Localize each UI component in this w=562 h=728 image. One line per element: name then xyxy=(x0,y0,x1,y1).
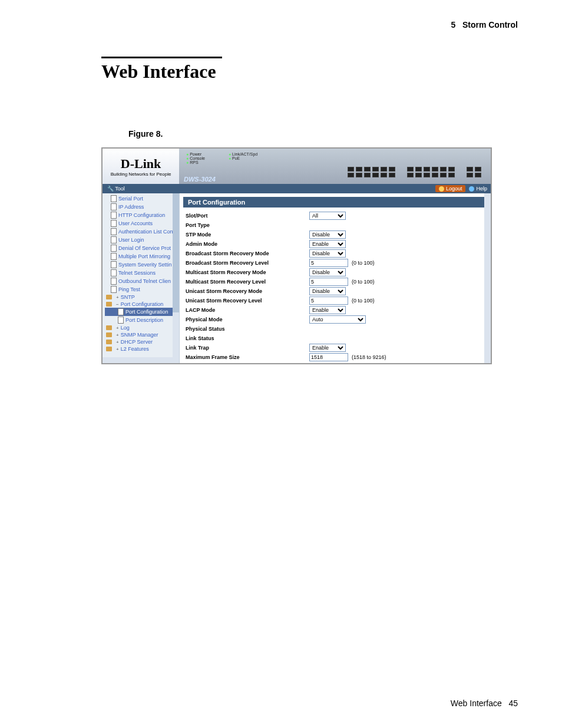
nav-sidebar: Serial PortIP AddressHTTP ConfigurationU… xyxy=(103,193,180,363)
field-label: Slot/Port xyxy=(186,213,309,219)
sidebar-item-label: SNMP Manager xyxy=(121,332,158,338)
field-select[interactable]: Disable xyxy=(309,287,346,295)
sidebar-item[interactable]: Port Description xyxy=(105,316,178,324)
brand-name: D-Link xyxy=(121,156,161,172)
field-select[interactable]: All xyxy=(309,212,346,220)
field-hint: (0 to 100) xyxy=(352,298,375,304)
sidebar-item[interactable]: Denial Of Service Prot xyxy=(105,244,178,252)
sidebar-item[interactable]: +DHCP Server xyxy=(105,338,178,345)
sidebar-item[interactable]: Serial Port xyxy=(105,195,178,203)
field-label: Port Type xyxy=(186,222,309,228)
form-row: Maximum Frame Size(1518 to 9216) xyxy=(186,353,485,362)
field-select[interactable]: Auto xyxy=(309,315,366,324)
sidebar-item-label: SNTP xyxy=(121,294,135,300)
field-select[interactable]: Disable xyxy=(309,268,346,276)
led-console: Console xyxy=(186,156,205,160)
field-select[interactable]: Enable xyxy=(309,306,346,314)
sidebar-item[interactable]: User Accounts xyxy=(105,219,178,228)
sidebar-item-label: Authentication List Con xyxy=(118,229,173,235)
field-select[interactable]: Enable xyxy=(309,344,346,352)
sidebar-item[interactable]: User Login xyxy=(105,236,178,244)
form-row: Broadcast Storm Recovery ModeDisable xyxy=(186,249,485,258)
field-label: Broadcast Storm Recovery Mode xyxy=(186,251,309,256)
field-hint: (1518 to 9216) xyxy=(352,354,386,360)
sidebar-item-label: System Severity Settin xyxy=(118,262,172,268)
sidebar-item[interactable]: +L2 Features xyxy=(105,345,178,353)
panel-title: Port Configuration xyxy=(183,197,487,207)
logout-button[interactable]: Logout xyxy=(435,185,466,192)
field-hint: (0 to 100) xyxy=(352,279,375,285)
field-label: Physical Status xyxy=(186,326,309,332)
field-value: Disable xyxy=(309,268,346,276)
led-link: Link/ACT/Spd xyxy=(229,152,257,156)
field-value: Disable xyxy=(309,230,346,239)
field-value: (0 to 100) xyxy=(309,259,375,267)
model-label: DWS-3024 xyxy=(184,176,216,183)
sidebar-item-label: DHCP Server xyxy=(121,339,153,345)
tool-menu[interactable]: 🔧 Tool xyxy=(103,186,130,192)
field-select[interactable]: Enable xyxy=(309,240,346,248)
field-input[interactable] xyxy=(309,278,348,286)
tree-toggle-icon[interactable]: + xyxy=(116,340,119,345)
field-label: Link Trap xyxy=(186,345,309,351)
sidebar-item-label: User Accounts xyxy=(118,220,153,226)
field-value: Enable xyxy=(309,344,346,352)
field-value: (0 to 100) xyxy=(309,278,375,286)
tree-toggle-icon[interactable]: + xyxy=(116,347,119,352)
field-select[interactable]: Disable xyxy=(309,230,346,239)
field-label: Broadcast Storm Recovery Level xyxy=(186,260,309,266)
tree-toggle-icon[interactable]: + xyxy=(116,332,119,338)
port-strip xyxy=(348,166,481,177)
field-label: Multicast Storm Recovery Mode xyxy=(186,269,309,275)
tree-toggle-icon[interactable]: + xyxy=(116,325,119,331)
sidebar-item[interactable]: +SNMP Manager xyxy=(105,331,178,338)
page-title: Web Interface xyxy=(101,61,222,83)
sidebar-item[interactable]: −Port Configuration xyxy=(105,301,178,308)
form-row: Admin ModeEnable xyxy=(186,239,485,249)
sidebar-item[interactable]: HTTP Configuration xyxy=(105,211,178,219)
form-row: Broadcast Storm Recovery Level(0 to 100) xyxy=(186,258,485,268)
tree-toggle-icon[interactable]: + xyxy=(116,295,119,300)
sidebar-item-label: Port Configuration xyxy=(121,301,164,307)
sidebar-item[interactable]: +SNTP xyxy=(105,294,178,301)
field-label: LACP Mode xyxy=(186,307,309,313)
form-row: Physical ModeAuto xyxy=(186,315,485,324)
sidebar-item-label: Serial Port xyxy=(118,196,143,202)
sidebar-item[interactable]: Outbound Telnet Clien xyxy=(105,277,178,285)
form-row: Slot/PortAll xyxy=(186,211,485,220)
sidebar-item-label: Port Configuration xyxy=(125,309,168,315)
tree-toggle-icon[interactable]: − xyxy=(116,302,119,307)
sidebar-item-label: IP Address xyxy=(118,204,144,210)
sidebar-item[interactable]: Telnet Sessions xyxy=(105,269,178,277)
help-icon xyxy=(469,186,474,192)
field-select[interactable]: Disable xyxy=(309,249,346,258)
sidebar-item[interactable]: Multiple Port Mirroring xyxy=(105,252,178,261)
sidebar-item-label: L2 Features xyxy=(121,346,149,352)
form-row: Port Type xyxy=(186,220,485,230)
field-label: Unicast Storm Recovery Mode xyxy=(186,288,309,294)
field-input[interactable] xyxy=(309,353,348,361)
content-vscroll[interactable] xyxy=(484,193,491,363)
form-row: Unicast Storm Recovery Level(0 to 100) xyxy=(186,296,485,305)
sidebar-hscroll[interactable] xyxy=(103,357,173,363)
sidebar-item[interactable]: System Severity Settin xyxy=(105,261,178,269)
field-label: Multicast Storm Recovery Level xyxy=(186,279,309,285)
sidebar-item-label: Log xyxy=(121,325,130,331)
sidebar-vscroll[interactable] xyxy=(173,193,179,363)
form-row: Multicast Storm Recovery ModeDisable xyxy=(186,268,485,277)
sidebar-item[interactable]: Port Configuration xyxy=(105,308,178,316)
field-input[interactable] xyxy=(309,297,348,305)
field-value: All xyxy=(309,212,346,220)
sidebar-item-label: Multiple Port Mirroring xyxy=(118,253,170,259)
led-rps: RPS xyxy=(186,160,199,164)
led-power: Power xyxy=(186,152,201,156)
sidebar-item[interactable]: +Log xyxy=(105,324,178,331)
brand-tagline: Building Networks for People xyxy=(111,172,171,177)
sidebar-item-label: Denial Of Service Prot xyxy=(118,245,171,251)
sidebar-item[interactable]: IP Address xyxy=(105,203,178,211)
sidebar-item[interactable]: Ping Test xyxy=(105,285,178,294)
sidebar-item[interactable]: Authentication List Con xyxy=(105,228,178,236)
help-button[interactable]: Help xyxy=(465,185,491,192)
field-input[interactable] xyxy=(309,259,348,267)
form-row: STP ModeDisable xyxy=(186,230,485,239)
